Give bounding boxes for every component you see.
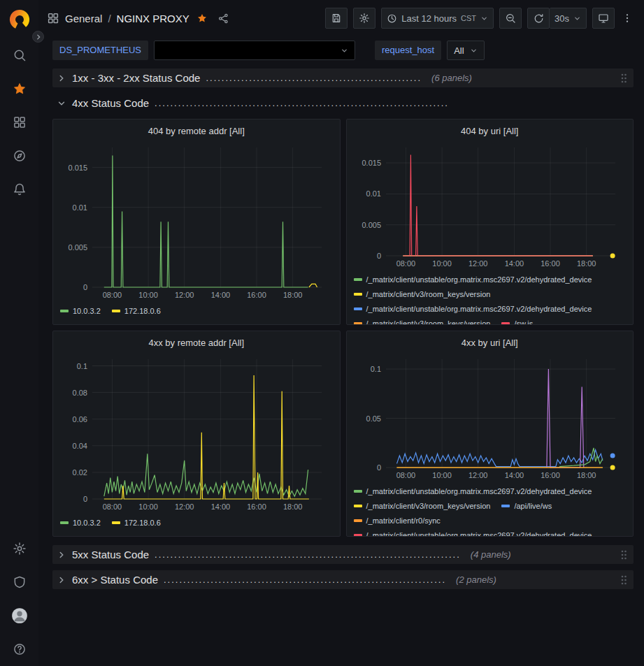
variable-value-request-host[interactable]: All (447, 41, 484, 60)
row-1xx-3xx-2xx[interactable]: 1xx - 3xx - 2xx Status Code ............… (52, 68, 634, 87)
legend-label: /_matrix/client/unstable/org.matrix.msc2… (366, 531, 592, 537)
legend-swatch (501, 505, 510, 507)
svg-text:0.1: 0.1 (77, 362, 87, 370)
panel-title[interactable]: 404 by remote addr [All] (60, 124, 333, 140)
legend-swatch (112, 310, 120, 312)
zoom-out-button[interactable] (499, 8, 522, 29)
legend-label: /_matrix/client/unstable/org.matrix.msc2… (366, 275, 592, 284)
sidebar-item-explore[interactable] (0, 139, 38, 173)
legend-label: /_matrix/client/unstable/org.matrix.msc2… (366, 487, 592, 495)
panel-title[interactable]: 4xx by remote addr [All] (60, 335, 333, 352)
svg-text:0.01: 0.01 (73, 203, 87, 212)
sidebar-bottom-nav (0, 532, 38, 666)
legend-item[interactable]: 10.0.3.2 (60, 303, 101, 318)
save-dashboard-button[interactable] (325, 8, 348, 29)
breadcrumb-section[interactable]: General (65, 13, 102, 24)
sidebar-item-configuration[interactable] (0, 532, 38, 565)
sidebar-item-dashboards[interactable] (0, 106, 38, 139)
drag-handle-icon[interactable] (620, 71, 628, 85)
favorite-star-icon[interactable] (196, 13, 208, 24)
chart-404-by-remote-addr[interactable]: 08:0010:0012:0014:0016:0018:0000.0050.01… (60, 140, 333, 303)
sidebar-top-nav (0, 38, 38, 206)
row-6xx[interactable]: 6xx > Status Code ......................… (52, 570, 634, 589)
legend-swatch (354, 278, 362, 281)
shield-icon (13, 575, 27, 589)
row-5xx[interactable]: 5xx Status Code ........................… (52, 545, 634, 564)
legend-item[interactable]: /api/live/ws (501, 498, 552, 513)
refresh-interval-dropdown[interactable]: 30s (550, 8, 587, 29)
row-4xx[interactable]: 4xx Status Code ........................… (52, 94, 634, 113)
save-icon (331, 13, 342, 24)
panel-title[interactable]: 404 by uri [All] (354, 124, 627, 140)
sidebar-item-starred[interactable] (0, 72, 38, 106)
svg-text:12:00: 12:00 (175, 291, 194, 299)
legend-item[interactable]: /_matrix/client/unstable/org.matrix.msc2… (354, 301, 592, 316)
legend-item[interactable]: 172.18.0.6 (112, 303, 161, 318)
dashboard-settings-button[interactable] (353, 8, 375, 29)
legend-swatch (354, 293, 362, 296)
chevron-right-icon (57, 550, 66, 560)
kebab-menu[interactable] (620, 8, 634, 29)
legend-swatch (354, 307, 362, 310)
legend-item[interactable]: /_matrix/client/r0/sync (354, 513, 441, 528)
legend-swatch (354, 505, 362, 507)
legend-item[interactable]: /_matrix/client/v3/room_keys/version (354, 316, 491, 325)
svg-text:16:00: 16:00 (541, 259, 560, 268)
svg-text:0.005: 0.005 (68, 243, 87, 252)
panel-4xx-by-uri: 4xx by uri [All] 08:0010:0012:0014:0016:… (346, 331, 634, 537)
svg-text:10:00: 10:00 (432, 471, 452, 479)
variable-selected-value: All (454, 45, 464, 56)
svg-text:0.06: 0.06 (73, 415, 87, 424)
page-title: NGINX PROXY (117, 13, 189, 24)
legend-item[interactable]: /sw.js (501, 316, 533, 325)
sidebar-item-search[interactable] (0, 38, 38, 72)
sidebar-item-help[interactable] (0, 632, 38, 666)
legend-item[interactable]: /_matrix/client/unstable/org.matrix.msc2… (354, 272, 592, 287)
legend-item[interactable]: /_matrix/client/v3/room_keys/version (354, 287, 491, 301)
sidebar-item-alerting[interactable] (0, 173, 38, 206)
refresh-button[interactable] (527, 8, 550, 29)
row-panel-count: (2 panels) (456, 574, 496, 585)
variables-bar: DS_PROMETHEUS request_host All (38, 36, 644, 64)
main-area: General / NGINX PROXY Last 12 hours (38, 0, 644, 666)
chart-4xx-by-remote-addr[interactable]: 08:0010:0012:0014:0016:0018:0000.020.040… (60, 352, 333, 515)
time-range-picker[interactable]: Last 12 hours CST (381, 8, 494, 29)
svg-text:0.015: 0.015 (68, 164, 87, 172)
legend-item[interactable]: 172.18.0.6 (112, 515, 161, 530)
legend-item[interactable]: 10.0.3.2 (60, 515, 101, 530)
svg-text:0.015: 0.015 (362, 159, 381, 167)
tv-mode-button[interactable] (592, 8, 615, 29)
chart-404-by-uri[interactable]: 08:0010:0012:0014:0016:0018:0000.0050.01… (354, 140, 627, 272)
legend-label: 10.0.3.2 (73, 307, 101, 315)
chevron-right-icon (57, 575, 66, 585)
row-title: 5xx Status Code (72, 549, 149, 560)
svg-text:18:00: 18:00 (283, 502, 303, 511)
legend-swatch (354, 534, 362, 537)
share-icon[interactable] (217, 13, 229, 24)
legend-swatch (501, 322, 510, 325)
svg-text:0: 0 (376, 252, 380, 260)
legend-item[interactable]: /_matrix/client/v3/room_keys/version (354, 498, 491, 513)
row-panel-count: (4 panels) (471, 549, 511, 560)
sidebar-item-server-admin[interactable] (0, 565, 38, 599)
user-avatar (10, 607, 29, 625)
row-title-dots: ........................................… (155, 98, 449, 108)
compass-icon (13, 149, 27, 163)
svg-text:08:00: 08:00 (396, 471, 415, 479)
svg-text:0: 0 (376, 463, 380, 472)
sidebar-expand-button[interactable] (32, 31, 44, 43)
kebab-icon (622, 13, 633, 24)
chevron-down-icon (470, 47, 478, 55)
drag-handle-icon[interactable] (620, 548, 628, 562)
variable-value-ds-prometheus[interactable] (154, 41, 355, 60)
svg-text:14:00: 14:00 (211, 291, 231, 299)
legend-item[interactable]: /_matrix/client/unstable/org.matrix.msc2… (354, 484, 592, 498)
panel-title[interactable]: 4xx by uri [All] (354, 335, 627, 352)
legend-label: /_matrix/client/v3/room_keys/version (366, 290, 491, 298)
sidebar-item-profile[interactable] (0, 599, 38, 632)
search-icon (13, 48, 27, 62)
chart-4xx-by-uri[interactable]: 08:0010:0012:0014:0016:0018:0000.050.1 (354, 352, 627, 484)
legend-item[interactable]: /_matrix/client/unstable/org.matrix.msc2… (354, 528, 592, 537)
row-title-dots: ........................................… (206, 73, 422, 83)
drag-handle-icon[interactable] (620, 573, 628, 587)
